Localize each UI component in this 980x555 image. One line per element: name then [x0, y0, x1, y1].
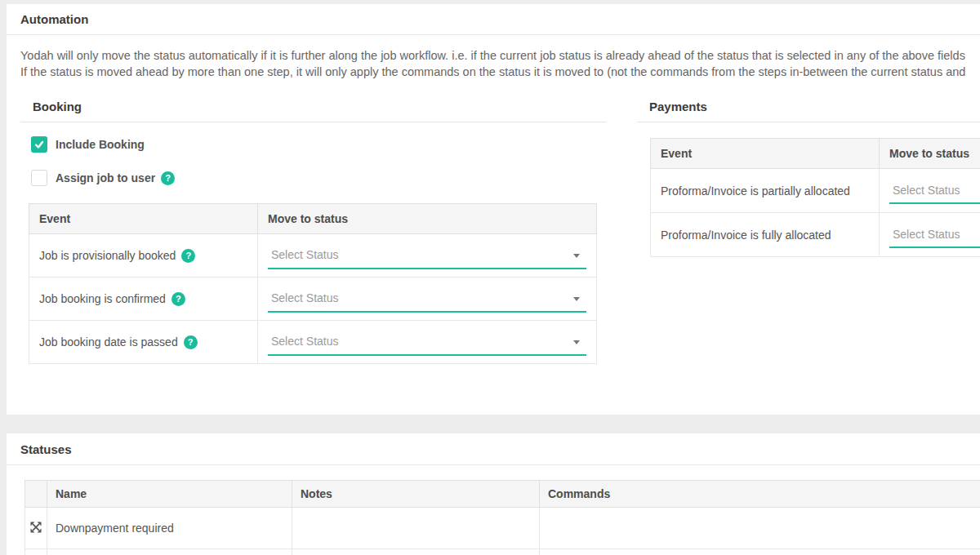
- status-select-placeholder: Select Status: [268, 291, 339, 304]
- assign-job-label: Assign job to user: [56, 171, 155, 184]
- checkmark-icon: [33, 139, 45, 150]
- status-row-downpayment-required: Downpayment required: [25, 508, 980, 549]
- booking-row-date-passed: Job booking date is passed ? Select Stat…: [29, 321, 597, 364]
- statuses-panel-title: Statuses: [7, 433, 980, 465]
- statuses-panel-body: Name Notes Commands: [7, 465, 980, 555]
- booking-section: Booking Include Booking Assign job to us…: [20, 98, 606, 364]
- status-select[interactable]: Select Status: [268, 286, 586, 313]
- booking-header-move: Move to status: [258, 204, 597, 234]
- status-select[interactable]: Select Status: [889, 221, 980, 248]
- payments-event-cell: Proforma/Invoice is partially allocated: [651, 169, 880, 213]
- event-help-icon[interactable]: ?: [181, 249, 195, 263]
- status-row-partial: [25, 549, 980, 555]
- payments-header-event: Event: [651, 139, 880, 169]
- drag-move-icon[interactable]: [30, 522, 42, 533]
- booking-event-label: Job booking is confirmed: [39, 292, 166, 305]
- automation-panel-body: Yodah will only move the status automati…: [7, 35, 980, 364]
- booking-row-booking-confirmed: Job booking is confirmed ? Select Status: [29, 278, 597, 321]
- booking-section-title: Booking: [20, 98, 606, 122]
- assign-job-checkbox[interactable]: [31, 170, 47, 186]
- booking-move-cell: Select Status: [258, 234, 597, 278]
- automation-columns: Booking Include Booking Assign job to us…: [20, 98, 980, 364]
- booking-event-cell: Job booking is confirmed ?: [29, 278, 258, 321]
- payments-section: Payments Event Move to status Proforma/I…: [637, 98, 980, 364]
- booking-row-provisionally-booked: Job is provisionally booked ? Select Sta…: [29, 234, 597, 278]
- automation-panel: Automation Yodah will only move the stat…: [7, 4, 980, 415]
- automation-description-line-2: If the status is moved ahead by more tha…: [20, 64, 980, 81]
- statuses-header-name: Name: [47, 481, 292, 508]
- event-help-icon[interactable]: ?: [184, 335, 198, 349]
- status-drag-cell: [25, 508, 47, 549]
- status-select-placeholder: Select Status: [268, 335, 339, 348]
- status-notes-cell: [292, 549, 540, 555]
- booking-checkboxes: Include Booking Assign job to user ?: [20, 122, 606, 186]
- payments-move-cell: Select Status: [880, 213, 980, 257]
- caret-down-icon: [573, 340, 580, 344]
- payments-row-fully-allocated: Proforma/Invoice is fully allocated Sele…: [651, 213, 980, 257]
- payments-section-title: Payments: [637, 98, 980, 122]
- caret-down-icon: [573, 297, 580, 301]
- booking-header-event: Event: [29, 204, 258, 234]
- booking-event-cell: Job is provisionally booked ?: [29, 234, 258, 278]
- booking-event-label: Job booking date is passed: [39, 335, 178, 349]
- booking-move-cell: Select Status: [258, 321, 597, 364]
- payments-move-cell: Select Status: [880, 169, 980, 213]
- status-commands-cell: [540, 508, 980, 549]
- statuses-header-notes: Notes: [292, 481, 540, 508]
- caret-down-icon: [573, 254, 580, 258]
- status-drag-cell: [25, 549, 47, 555]
- include-booking-row: Include Booking: [31, 136, 606, 153]
- status-notes-cell: [292, 508, 540, 549]
- statuses-header-drag: [25, 481, 47, 508]
- status-select-placeholder: Select Status: [889, 228, 960, 241]
- booking-event-cell: Job booking date is passed ?: [29, 321, 258, 364]
- status-commands-cell: [540, 549, 980, 555]
- status-select[interactable]: Select Status: [268, 329, 586, 356]
- payments-header-move: Move to status: [880, 139, 980, 169]
- statuses-table: Name Notes Commands: [24, 480, 980, 555]
- booking-events-table: Event Move to status Job is provisionall…: [29, 203, 597, 364]
- payments-table-header-row: Event Move to status: [651, 139, 980, 169]
- include-booking-checkbox[interactable]: [31, 136, 47, 153]
- status-select[interactable]: Select Status: [889, 177, 980, 204]
- booking-table-header-row: Event Move to status: [29, 204, 597, 234]
- status-name-cell: [47, 549, 292, 555]
- automation-description-line-1: Yodah will only move the status automati…: [20, 48, 980, 64]
- assign-job-help-icon[interactable]: ?: [161, 171, 175, 185]
- payments-events-table: Event Move to status Proforma/Invoice is…: [650, 138, 980, 257]
- statuses-header-commands: Commands: [540, 481, 980, 508]
- assign-job-row: Assign job to user ?: [31, 170, 606, 186]
- statuses-panel: Statuses Name Notes Commands: [7, 433, 980, 555]
- booking-move-cell: Select Status: [258, 278, 597, 321]
- automation-panel-title: Automation: [7, 4, 980, 35]
- payments-event-cell: Proforma/Invoice is fully allocated: [651, 213, 880, 257]
- booking-event-label: Job is provisionally booked: [39, 249, 176, 262]
- include-booking-label: Include Booking: [56, 138, 145, 151]
- status-name-cell: Downpayment required: [47, 508, 292, 549]
- statuses-table-header-row: Name Notes Commands: [25, 481, 980, 508]
- event-help-icon[interactable]: ?: [172, 292, 185, 306]
- payments-row-partially-allocated: Proforma/Invoice is partially allocated …: [651, 169, 980, 213]
- status-select[interactable]: Select Status: [268, 242, 586, 269]
- status-select-placeholder: Select Status: [268, 248, 339, 261]
- status-select-placeholder: Select Status: [889, 184, 960, 197]
